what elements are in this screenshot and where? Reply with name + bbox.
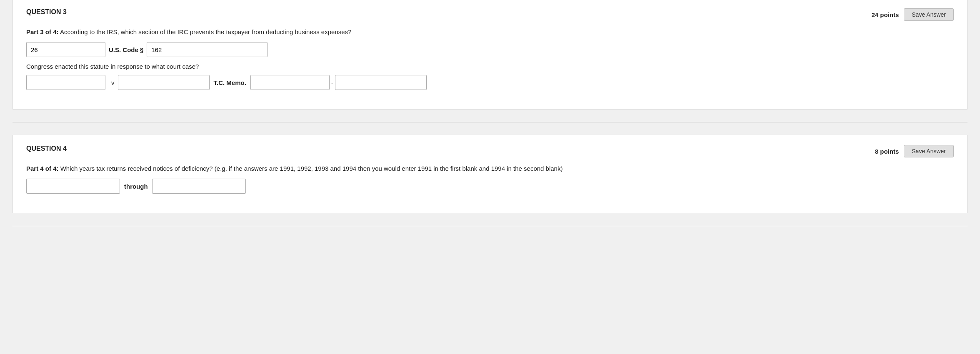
court-plaintiff-input[interactable] <box>26 75 105 90</box>
question-4-points: 8 points <box>875 148 899 155</box>
year-start-input[interactable] <box>26 179 120 194</box>
court-case-row: v T.C. Memo. - <box>26 75 954 90</box>
code-prefix-input[interactable] <box>26 42 105 57</box>
question-4-block: QUESTION 4 8 points Save Answer Part 4 o… <box>12 135 968 213</box>
through-row: through <box>26 179 954 194</box>
tc-memo-label: T.C. Memo. <box>210 79 250 86</box>
bottom-divider <box>12 226 968 226</box>
question-3-part-label: Part 3 of 4: <box>26 28 59 35</box>
question-4-save-button[interactable]: Save Answer <box>904 145 954 157</box>
tc-memo-year-input[interactable] <box>250 75 330 90</box>
year-end-input[interactable] <box>152 179 246 194</box>
code-section-input[interactable] <box>147 42 268 57</box>
question-3-text: Part 3 of 4: According to the IRS, which… <box>26 28 954 35</box>
question-4-text: Part 4 of 4: Which years tax returns rec… <box>26 165 954 172</box>
question-4-question-body: Which years tax returns received notices… <box>60 165 563 172</box>
question-3-meta: 24 points Save Answer <box>871 8 954 21</box>
question-4-part-label: Part 4 of 4: <box>26 165 59 172</box>
question-4-meta: 8 points Save Answer <box>875 145 954 157</box>
code-input-row: U.S. Code § <box>26 42 954 57</box>
divider-between-questions <box>12 122 968 122</box>
question-3-title: QUESTION 3 <box>26 8 67 16</box>
question-3-points: 24 points <box>871 11 899 18</box>
question-3-header: QUESTION 3 24 points Save Answer <box>26 8 954 21</box>
us-code-label: U.S. Code § <box>105 46 147 53</box>
question-4-header: QUESTION 4 8 points Save Answer <box>26 145 954 157</box>
court-case-question: Congress enacted this statute in respons… <box>26 63 954 70</box>
court-defendant-input[interactable] <box>118 75 210 90</box>
question-3-block: QUESTION 3 24 points Save Answer Part 3 … <box>12 0 968 110</box>
question-4-title: QUESTION 4 <box>26 145 67 152</box>
question-3-save-button[interactable]: Save Answer <box>904 8 954 21</box>
page-container: QUESTION 3 24 points Save Answer Part 3 … <box>0 0 980 226</box>
v-label: v <box>108 79 118 86</box>
tc-memo-num-input[interactable] <box>335 75 427 90</box>
question-3-question-body: According to the IRS, which section of t… <box>60 28 352 35</box>
through-label: through <box>120 183 152 190</box>
dash-label: - <box>330 79 335 86</box>
